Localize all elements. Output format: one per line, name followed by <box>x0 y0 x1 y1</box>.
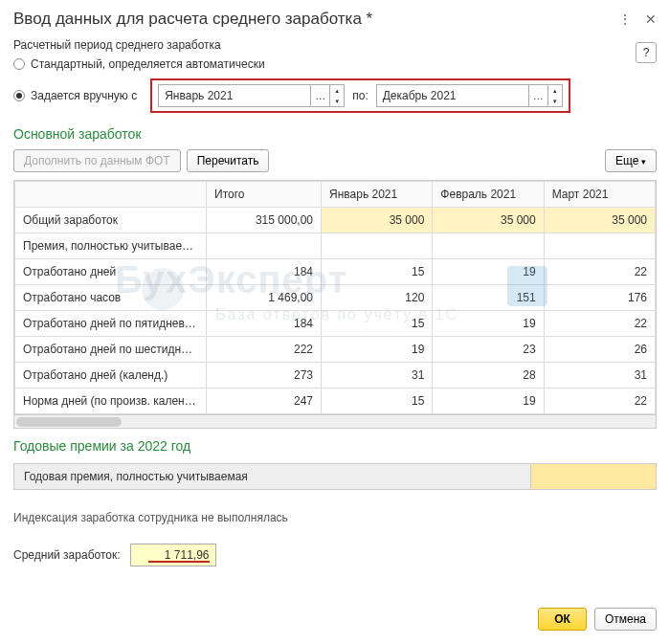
window-title: Ввод данных для расчета среднего заработ… <box>13 10 618 29</box>
table-header: Январь 2021 <box>322 182 433 208</box>
radio-auto-label: Стандартный, определяется автоматически <box>31 57 265 71</box>
period-section-label: Расчетный период среднего заработка <box>0 34 670 54</box>
ellipsis-icon[interactable]: … <box>311 85 330 106</box>
ellipsis-icon[interactable]: … <box>529 85 548 106</box>
table-row[interactable]: Отработано часов1 469,00120151176 <box>15 285 656 311</box>
cell-value[interactable] <box>207 233 322 259</box>
table-row[interactable]: Отработано дней (календ.)273312831 <box>15 363 656 389</box>
chevron-up-icon[interactable]: ▲ <box>548 85 562 96</box>
cell-value[interactable]: 15 <box>322 259 433 285</box>
cancel-button[interactable]: Отмена <box>594 608 657 631</box>
period-outline: Январь 2021 … ▲▼ по: Декабрь 2021 … ▲▼ <box>150 78 570 113</box>
chevron-down-icon[interactable]: ▼ <box>330 96 344 106</box>
table-header: Февраль 2021 <box>433 182 544 208</box>
ok-button[interactable]: ОК <box>538 608 587 631</box>
cell-value[interactable] <box>544 233 655 259</box>
cell-value[interactable]: 35 000 <box>322 208 433 233</box>
indexation-note: Индексация заработка сотрудника не выпол… <box>0 490 670 534</box>
row-label: Премия, полностью учитываемая <box>15 233 207 259</box>
cell-value[interactable]: 22 <box>544 311 655 337</box>
radio-icon <box>13 58 25 70</box>
cell-value[interactable]: 19 <box>433 259 544 285</box>
cell-value[interactable]: 22 <box>544 259 655 285</box>
kebab-icon[interactable]: ⋮ <box>618 11 632 27</box>
average-label: Средний заработок: <box>13 548 121 562</box>
annual-bonus-row: Годовая премия, полностью учитываемая <box>13 463 657 490</box>
radio-auto-row[interactable]: Стандартный, определяется автоматически <box>0 54 670 75</box>
table-header <box>15 182 207 208</box>
row-label: Отработано дней <box>15 259 207 285</box>
cell-value[interactable]: 15 <box>322 311 433 337</box>
earnings-heading: Основной заработок <box>0 117 670 145</box>
period-from-controls[interactable]: … ▲▼ <box>311 84 345 107</box>
help-button[interactable]: ? <box>636 42 657 63</box>
cell-value[interactable]: 247 <box>207 389 322 414</box>
annual-bonus-value[interactable] <box>531 464 656 489</box>
cell-value[interactable]: 315 000,00 <box>207 208 322 233</box>
more-button[interactable]: Еще <box>605 149 657 172</box>
cell-value[interactable]: 120 <box>322 285 433 311</box>
period-to-input[interactable]: Декабрь 2021 <box>376 84 529 107</box>
table-row[interactable]: Премия, полностью учитываемая <box>15 233 656 259</box>
cell-value[interactable]: 35 000 <box>433 208 544 233</box>
cell-value[interactable]: 222 <box>207 337 322 363</box>
cell-value[interactable]: 15 <box>322 389 433 414</box>
cell-value[interactable]: 35 000 <box>544 208 655 233</box>
cell-value[interactable]: 176 <box>544 285 655 311</box>
cell-value[interactable]: 19 <box>433 311 544 337</box>
chevron-up-icon[interactable]: ▲ <box>330 85 344 96</box>
period-from-input[interactable]: Январь 2021 <box>158 84 311 107</box>
cell-value[interactable]: 184 <box>207 259 322 285</box>
annual-heading: Годовые премии за 2022 год <box>0 429 670 457</box>
table-row[interactable]: Норма дней (по произв. календар...247151… <box>15 389 656 414</box>
period-to-label: по: <box>352 89 368 102</box>
cell-value[interactable] <box>322 233 433 259</box>
cell-value[interactable]: 19 <box>322 337 433 363</box>
cell-value[interactable]: 151 <box>433 285 544 311</box>
cell-value[interactable] <box>433 233 544 259</box>
radio-icon <box>13 90 25 101</box>
add-fot-button[interactable]: Дополнить по данным ФОТ <box>13 149 181 172</box>
cell-value[interactable]: 184 <box>207 311 322 337</box>
row-label: Отработано часов <box>15 285 207 311</box>
table-header: Март 2021 <box>544 182 655 208</box>
table-row[interactable]: Отработано дней184151922 <box>15 259 656 285</box>
table-row[interactable]: Отработано дней по шестидневно...2221923… <box>15 337 656 363</box>
row-label: Отработано дней по пятидневной ... <box>15 311 207 337</box>
radio-manual-label: Задается вручную с <box>31 89 137 102</box>
cell-value[interactable]: 1 469,00 <box>207 285 322 311</box>
cell-value[interactable]: 31 <box>322 363 433 389</box>
radio-manual-row[interactable]: Задается вручную с Январь 2021 … ▲▼ по: … <box>0 75 670 117</box>
chevron-down-icon[interactable]: ▼ <box>548 96 562 106</box>
row-label: Общий заработок <box>15 208 207 233</box>
cell-value[interactable]: 26 <box>544 337 655 363</box>
earnings-table: Итого Январь 2021 Февраль 2021 Март 2021… <box>13 180 657 429</box>
cell-value[interactable]: 19 <box>433 389 544 414</box>
cell-value[interactable]: 22 <box>544 389 655 414</box>
period-to-controls[interactable]: … ▲▼ <box>529 84 563 107</box>
cell-value[interactable]: 28 <box>433 363 544 389</box>
recalc-button[interactable]: Перечитать <box>187 149 270 172</box>
table-row[interactable]: Общий заработок315 000,0035 00035 00035 … <box>15 208 656 233</box>
table-row[interactable]: Отработано дней по пятидневной ...184151… <box>15 311 656 337</box>
table-header: Итого <box>207 182 322 208</box>
row-label: Отработано дней (календ.) <box>15 363 207 389</box>
horizontal-scrollbar[interactable] <box>14 414 656 428</box>
close-icon[interactable]: ✕ <box>645 11 657 27</box>
cell-value[interactable]: 23 <box>433 337 544 363</box>
row-label: Отработано дней по шестидневно... <box>15 337 207 363</box>
cell-value[interactable]: 31 <box>544 363 655 389</box>
cell-value[interactable]: 273 <box>207 363 322 389</box>
annual-bonus-label: Годовая премия, полностью учитываемая <box>14 464 531 489</box>
average-input[interactable]: 1 711,96 <box>130 544 216 566</box>
row-label: Норма дней (по произв. календар... <box>15 389 207 414</box>
